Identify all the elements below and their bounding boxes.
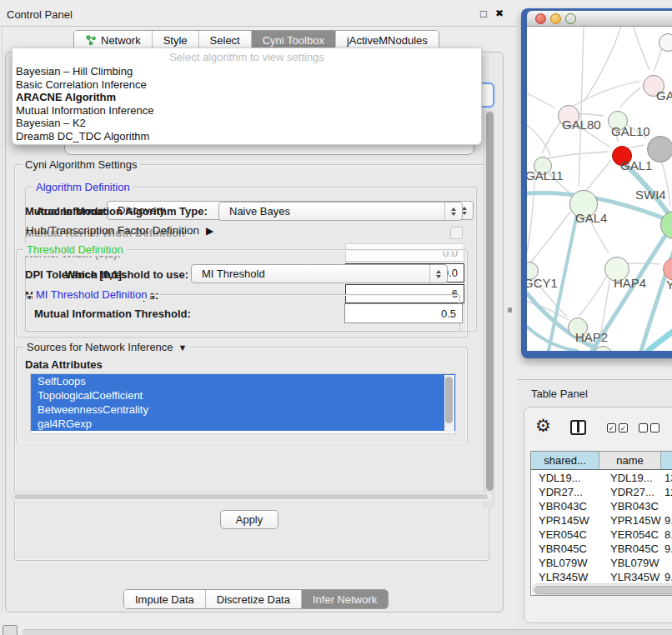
node-table: shared... name YDL19... YDL19... 13 YDR2… — [530, 451, 672, 596]
cyni-settings-title: Cyni Algorithm Settings — [22, 158, 140, 171]
algorithm-option[interactable]: Bayesian – K2 — [13, 117, 481, 130]
algorithm-placeholder: Select algorithm to view settings — [13, 48, 481, 65]
tab-impute-data[interactable]: Impute Data — [124, 590, 205, 608]
apply-button[interactable]: Apply — [220, 510, 278, 529]
algorithm-dropdown-popup: Select algorithm to view settings Bayesi… — [12, 48, 482, 145]
table-row[interactable]: YBR043C YBR043C — [531, 499, 672, 513]
network-view-window: GAL GAL80 GAL10 GAL1 GAL11 SWI4 GAL4 GCY… — [521, 8, 672, 358]
mi-type-label: Mutual Information Algorithm Type: — [25, 205, 208, 218]
network-window-titlebar[interactable] — [527, 11, 672, 27]
column-header-name[interactable]: name — [599, 452, 661, 470]
table-row[interactable]: YDL19... YDL19... 13 — [531, 471, 672, 485]
close-traffic-light[interactable] — [535, 13, 546, 24]
hub-definition-label: Hub/Transcription Factor Definition — [26, 224, 199, 237]
list-item[interactable]: BetweennessCentrality — [31, 402, 455, 417]
tab-cyni-toolbox[interactable]: Cyni Toolbox — [251, 31, 335, 49]
column-header-shared[interactable]: shared... — [531, 452, 599, 470]
network-icon — [85, 34, 97, 46]
table-row[interactable]: YPR145W YPR145W 9. — [531, 513, 672, 528]
node-label: HAP4 — [614, 276, 646, 290]
tab-network-label: Network — [101, 34, 141, 47]
node-label: GAL80 — [562, 118, 601, 132]
algorithm-option[interactable]: Mutual Information Inference — [13, 104, 481, 118]
list-item[interactable]: gal4RGexp — [31, 417, 455, 431]
which-threshold-value: MI Threshold — [202, 268, 265, 280]
mi-threshold-group: MI Threshold Definition Mutual Informati… — [25, 294, 460, 332]
list-item[interactable]: TopologicalCoefficient — [31, 388, 455, 402]
expand-arrow-icon[interactable]: ▶ — [206, 225, 213, 237]
node-label: Y — [666, 278, 672, 292]
settings-vscrollbar[interactable] — [484, 110, 495, 508]
gear-icon[interactable]: ⚙ — [535, 416, 551, 436]
network-canvas[interactable]: GAL GAL80 GAL10 GAL1 GAL11 SWI4 GAL4 GCY… — [527, 27, 672, 351]
list-item[interactable]: SelfLoops — [31, 374, 455, 388]
which-threshold-label: Which threshold to use: — [65, 268, 188, 281]
checked-columns-icon[interactable]: ✓✓ — [607, 423, 628, 432]
which-threshold-combo[interactable]: MI Threshold — [191, 264, 448, 283]
table-row[interactable]: YBR045C YBR045C 9. — [531, 542, 672, 556]
node-label: GAL1 — [620, 158, 652, 172]
tab-network[interactable]: Network — [74, 31, 152, 49]
node-label: GAL — [656, 88, 672, 102]
stepper-icon — [429, 265, 447, 282]
minimize-traffic-light[interactable] — [550, 13, 561, 24]
splitter-handle[interactable] — [508, 308, 512, 312]
node-label: GAL11 — [527, 168, 564, 182]
table-panel-body: ⚙ ✓✓ shared... name — [524, 407, 672, 623]
algorithm-option[interactable]: Basic Correlation Inference — [13, 78, 481, 92]
panel-title: Control Panel — [7, 8, 73, 21]
sources-title-row[interactable]: Sources for Network Inference ▼ — [23, 341, 190, 353]
table-toolbar: ⚙ ✓✓ — [524, 414, 672, 444]
node-label: GCY1 — [527, 276, 558, 290]
table-row[interactable]: YDR27... YDR27... 12 — [531, 485, 672, 499]
manual-kernel-checkbox[interactable] — [450, 227, 463, 239]
hub-definition-row[interactable]: Hub/Transcription Factor Definition ▶ — [26, 224, 213, 237]
algorithm-option-selected[interactable]: ARACNE Algorithm — [13, 91, 481, 104]
float-window-icon[interactable]: □ — [480, 8, 487, 20]
data-attributes-label: Data Attributes — [25, 358, 103, 371]
node-label: SWI4 — [635, 188, 666, 202]
unchecked-columns-icon[interactable] — [639, 423, 659, 432]
mi-type-value: Naive Bayes — [229, 205, 290, 218]
table-row[interactable]: YER054C YER054C 8. — [531, 528, 672, 542]
mi-type-combo[interactable]: Naive Bayes — [218, 202, 463, 221]
algorithm-definition-title: Algorithm Definition — [33, 181, 133, 193]
split-panel-icon[interactable] — [570, 420, 586, 435]
table-panel-section: Table Panel ⚙ ✓✓ shared... nam — [517, 379, 672, 635]
table-row[interactable]: YLR345W YLR345W 9. — [531, 570, 672, 584]
threshold-definition-title: Threshold Definition — [23, 243, 127, 256]
table-panel-title: Table Panel — [531, 388, 588, 400]
tab-discretize-data[interactable]: Discretize Data — [205, 590, 301, 608]
node-label: GAL4 — [575, 211, 607, 225]
column-header-partial[interactable] — [661, 452, 672, 470]
algorithm-option[interactable]: Dream8 DC_TDC Algorithm — [13, 130, 481, 143]
table-row[interactable]: YBL079W YBL079W — [531, 556, 672, 570]
mi-threshold-group-title: MI Threshold Definition — [33, 288, 150, 301]
close-window-icon[interactable]: ✖ — [495, 8, 504, 19]
gene-node[interactable] — [659, 33, 672, 52]
list-vscrollbar[interactable] — [444, 375, 454, 432]
sources-title: Sources for Network Inference — [27, 341, 173, 353]
node-label: GAL10 — [611, 124, 650, 138]
bottom-left-box[interactable] — [3, 625, 18, 635]
zoom-traffic-light[interactable] — [565, 13, 576, 24]
settings-hscrollbar[interactable] — [12, 492, 494, 502]
threshold-definition-group: Threshold Definition Which threshold to … — [16, 249, 468, 338]
tab-jactivemnodules[interactable]: jActiveMNodules — [335, 31, 439, 49]
collapse-arrow-icon[interactable]: ▼ — [178, 342, 188, 352]
tab-infer-network[interactable]: Infer Network — [301, 590, 388, 608]
data-attributes-list[interactable]: SelfLoops TopologicalCoefficient Between… — [30, 373, 456, 434]
algorithm-option[interactable]: Bayesian – Hill Climbing — [13, 65, 481, 78]
mi-threshold-label: Mutual Information Threshold: — [34, 308, 191, 320]
control-panel-titlebar: Control Panel □ ✖ — [0, 5, 517, 27]
sources-group: Sources for Network Inference ▼ Data Att… — [16, 347, 468, 443]
bottom-scroll-strip[interactable] — [23, 629, 672, 635]
mi-threshold-field[interactable]: 0.5 — [344, 303, 463, 323]
apply-button-label: Apply — [236, 513, 263, 526]
left-edge-line — [2, 27, 3, 612]
table-rows: YDL19... YDL19... 13 YDR27... YDR27... 1… — [531, 471, 672, 596]
tab-select[interactable]: Select — [198, 31, 251, 49]
tab-style[interactable]: Style — [152, 31, 198, 49]
table-hscrollbar[interactable] — [532, 583, 672, 595]
stepper-icon — [444, 202, 462, 220]
